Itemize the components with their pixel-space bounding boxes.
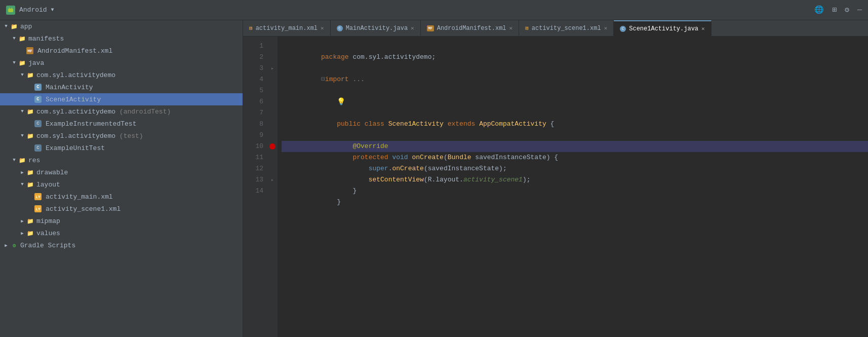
leaf-activity-scene1-xml (26, 205, 34, 213)
tree-arrow-package-androidtest[interactable] (18, 107, 26, 116)
tab-close-activity-main-xml[interactable]: ✕ (321, 25, 324, 31)
tab-label-scene1activity-java: Scene1Activity.java (629, 25, 698, 32)
tree-arrow-package-test[interactable] (18, 132, 26, 140)
tree-item-java[interactable]: 📁 java (0, 57, 243, 69)
folder-icon-package: 📁 (26, 71, 34, 79)
tree-arrow-mipmap[interactable] (18, 217, 26, 225)
globe-icon[interactable]: 🌐 (814, 5, 824, 15)
tree-item-res[interactable]: 📁 res (0, 154, 243, 166)
tree-label-activity-main-xml: activity_main.xml (46, 193, 113, 201)
code-line-3: ⊟import ... (282, 63, 868, 74)
tree-item-mainactivity[interactable]: C MainActivity (0, 81, 243, 93)
code-line-5: 💡 (282, 85, 868, 96)
title-bar: Android ▼ 🌐 ⊞ ⚙ — (0, 0, 868, 20)
layout-icon[interactable]: ⊞ (832, 5, 837, 15)
tree-item-layout[interactable]: 📁 layout (0, 178, 243, 191)
title-dropdown-arrow[interactable]: ▼ (51, 7, 54, 13)
manifest-icon: MF (26, 47, 33, 54)
tab-close-scene1activity-java[interactable]: ✕ (701, 25, 705, 32)
breakpoint-10[interactable] (267, 141, 278, 152)
tab-icon-mainactivity-java: C (337, 25, 343, 31)
tree-label-activity-scene1-xml: activity_scene1.xml (46, 205, 121, 213)
leaf-exampleinstrumentedtest (26, 120, 34, 128)
folder-icon-test: 📁 (26, 132, 34, 140)
tree-label-app: app (20, 23, 32, 30)
tree-item-activity-scene1-xml[interactable]: LY activity_scene1.xml (0, 203, 243, 215)
tab-activity-scene1-xml[interactable]: ⊞ activity_scene1.xml ✕ (519, 20, 614, 36)
tree-item-scene1activity[interactable]: C Scene1Activity (0, 93, 243, 105)
main-layout: 📁 app 📁 manifests MF AndroidManifest.xml… (0, 20, 868, 337)
tree-arrow-layout[interactable] (18, 180, 26, 189)
folder-icon-java: 📁 (18, 59, 26, 67)
tree-label-scene1activity: Scene1Activity (46, 96, 101, 103)
title-bar-left: Android ▼ (6, 6, 54, 15)
leaf-mainactivity (26, 83, 34, 91)
tree-label-package-test: com.syl.activitydemo (test) (36, 132, 143, 140)
tree-item-app[interactable]: 📁 app (0, 20, 243, 32)
tab-scene1activity-java[interactable]: C Scene1Activity.java ✕ (614, 20, 711, 36)
tree-arrow-gradle[interactable] (2, 241, 10, 249)
tree-item-androidmanifest[interactable]: MF AndroidManifest.xml (0, 45, 243, 57)
svg-rect-2 (8, 9, 13, 12)
tree-label-androidmanifest: AndroidManifest.xml (37, 47, 112, 55)
minimize-icon[interactable]: — (857, 6, 862, 14)
tree-arrow-values[interactable] (18, 229, 26, 237)
project-tree[interactable]: 📁 app 📁 manifests MF AndroidManifest.xml… (0, 20, 243, 337)
folder-icon-res: 📁 (18, 156, 26, 164)
tab-close-mainactivity-java[interactable]: ✕ (411, 25, 414, 31)
tree-item-exampleunittest[interactable]: C ExampleUnitTest (0, 142, 243, 154)
tree-label-drawable: drawable (36, 169, 68, 176)
tab-activity-main-xml[interactable]: ⊞ activity_main.xml ✕ (243, 20, 331, 36)
fold-marker-13[interactable]: ▸ (267, 174, 278, 185)
tab-label-mainactivity-java: MainActivity.java (346, 25, 408, 32)
code-editor[interactable]: 1 2 3 4 5 6 7 8 9 10 11 12 13 14 ▸ (243, 36, 868, 337)
tree-arrow-drawable[interactable] (18, 168, 26, 176)
code-line-9: @Override (282, 130, 868, 141)
tree-item-activity-main-xml[interactable]: LY activity_main.xml (0, 191, 243, 203)
tree-arrow-manifests[interactable] (10, 34, 18, 43)
tab-label-androidmanifest-xml: AndroidManifest.xml (437, 25, 506, 32)
tree-item-drawable[interactable]: 📁 drawable (0, 166, 243, 178)
tab-label-activity-main-xml: activity_main.xml (256, 25, 318, 32)
tab-close-activity-scene1-xml[interactable]: ✕ (604, 25, 608, 31)
tree-arrow-res[interactable] (10, 156, 18, 164)
tree-arrow-package-main[interactable] (18, 71, 26, 79)
tree-item-mipmap[interactable]: 📁 mipmap (0, 215, 243, 227)
code-content[interactable]: package com.syl.activitydemo; ⊟import ..… (278, 36, 868, 337)
code-line-14: } (282, 185, 868, 197)
class-icon-mainactivity: C (34, 84, 42, 91)
title-bar-actions: 🌐 ⊞ ⚙ — (814, 5, 862, 15)
tree-item-manifests[interactable]: 📁 manifests (0, 32, 243, 45)
class-icon-exampleunittest: C (34, 144, 42, 152)
tab-mainactivity-java[interactable]: C MainActivity.java ✕ (331, 20, 421, 36)
folder-icon-app: 📁 (10, 22, 18, 30)
tree-label-exampleinstrumentedtest: ExampleInstrumentedTest (46, 120, 136, 128)
fold-marker-3[interactable]: ▸ (267, 63, 278, 74)
tree-label-values: values (36, 230, 60, 237)
tree-item-exampleinstrumentedtest[interactable]: C ExampleInstrumentedTest (0, 118, 243, 130)
tree-item-gradle-scripts[interactable]: ⚙ Gradle Scripts (0, 239, 243, 251)
code-line-4 (282, 74, 868, 85)
tree-arrow-app[interactable] (2, 22, 10, 30)
line-numbers: 1 2 3 4 5 6 7 8 9 10 11 12 13 14 (243, 36, 267, 337)
tree-arrow-java[interactable] (10, 59, 18, 67)
code-line-1: package com.syl.activitydemo; (282, 41, 868, 52)
code-line-7: public class Scene1Activity extends AppC… (282, 107, 868, 119)
tree-item-package-androidtest[interactable]: 📁 com.syl.activitydemo (androidTest) (0, 105, 243, 118)
tree-label-exampleunittest: ExampleUnitTest (46, 144, 105, 152)
tree-item-values[interactable]: 📁 values (0, 227, 243, 239)
tree-item-package-main[interactable]: 📁 com.syl.activitydemo (0, 69, 243, 81)
folder-icon-androidtest: 📁 (26, 107, 34, 116)
folder-icon-drawable: 📁 (26, 168, 34, 176)
gutter: ▸ ▸ (267, 36, 278, 337)
folder-icon-layout: 📁 (26, 180, 34, 189)
tab-close-androidmanifest-xml[interactable]: ✕ (509, 25, 513, 31)
tab-androidmanifest-xml[interactable]: MF AndroidManifest.xml ✕ (421, 20, 519, 36)
leaf-scene1activity (26, 95, 34, 103)
gear-icon[interactable]: ⚙ (845, 5, 849, 15)
tree-label-package-main: com.syl.activitydemo (36, 71, 115, 79)
title-label: Android (19, 6, 47, 14)
tab-icon-scene1activity-java: C (620, 26, 626, 32)
tab-bar: ⊞ activity_main.xml ✕ C MainActivity.jav… (243, 20, 868, 36)
tree-item-package-test[interactable]: 📁 com.syl.activitydemo (test) (0, 130, 243, 142)
